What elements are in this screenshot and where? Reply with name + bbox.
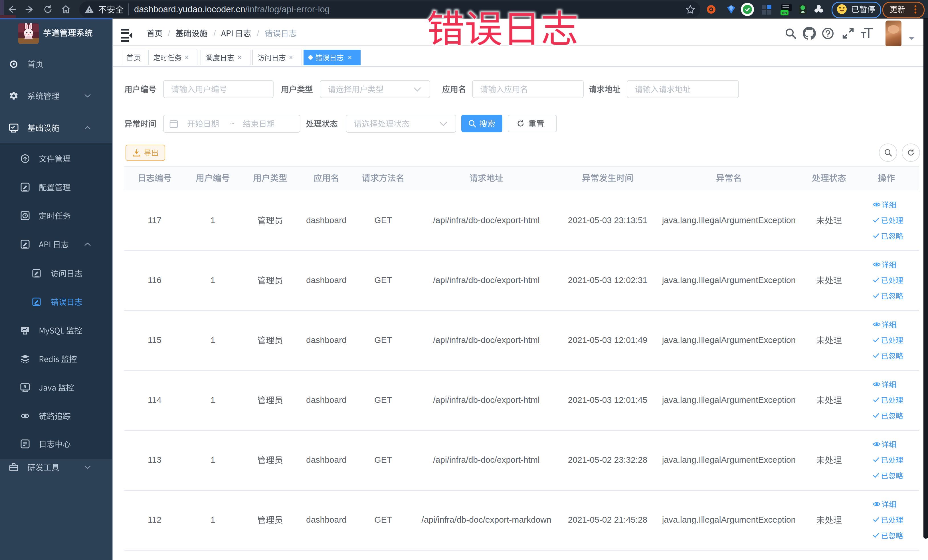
svg-text:on: on	[782, 11, 787, 15]
